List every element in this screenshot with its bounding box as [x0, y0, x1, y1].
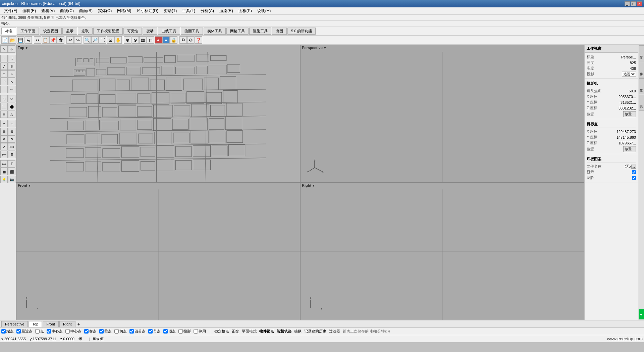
lt-arc[interactable]: ◠ — [0, 78, 8, 85]
tb-new[interactable]: 📄 — [1, 36, 9, 44]
tb-snap[interactable]: ⊕ — [124, 36, 131, 44]
menu-file[interactable]: 文件(F) — [1, 7, 20, 14]
tab-standard[interactable]: 标准 — [1, 28, 16, 35]
coord-mode[interactable]: 预设值 — [93, 336, 104, 341]
sb-intersect[interactable]: 交点 — [84, 329, 97, 334]
tb-open[interactable]: 📂 — [9, 36, 16, 44]
maximize-button[interactable]: □ — [631, 1, 636, 6]
viewport-front[interactable]: Front ▼ x z — [16, 182, 300, 320]
sb-nearest[interactable]: 最近点 — [16, 329, 33, 334]
sb-history[interactable]: 记录建构历史 — [304, 329, 326, 334]
lt-move[interactable]: ✥ — [0, 135, 8, 143]
sb-osnap[interactable]: 物件锁点 — [259, 329, 274, 334]
sb-gumball[interactable]: 操纵 — [294, 329, 302, 334]
menu-analyze[interactable]: 分析(A) — [198, 7, 217, 14]
prop-btn-browse[interactable]: ... — [631, 165, 636, 169]
sb-perp[interactable]: 垂点 — [99, 329, 112, 334]
prop-row-cpos[interactable]: 位置 放置... — [587, 111, 636, 118]
sb-midpoint[interactable]: 中心点 — [47, 329, 63, 334]
tb-delete[interactable]: 🗑 — [57, 36, 64, 44]
prop-row-tpos[interactable]: 位置 放置... — [587, 146, 636, 152]
lt-hatch[interactable]: ▦ — [0, 168, 8, 175]
titlebar-controls[interactable]: _ □ × — [625, 1, 642, 6]
viewport-right[interactable]: Right ▼ y z — [300, 182, 584, 320]
lt-split[interactable]: ⊣ — [8, 120, 15, 127]
minimize-button[interactable]: _ — [625, 1, 630, 6]
lt-spline[interactable]: ∿ — [8, 78, 15, 85]
tb-save[interactable]: 💾 — [17, 36, 24, 44]
sb-tan[interactable]: 切点 — [114, 329, 127, 334]
tb-redo[interactable]: ↪ — [74, 36, 82, 44]
tb-shade[interactable]: ● — [155, 36, 162, 44]
menu-surface[interactable]: 曲面(S) — [76, 7, 95, 14]
lt-explode[interactable]: ⊟ — [8, 128, 15, 135]
vp-tab-front[interactable]: Front — [43, 321, 59, 327]
vp-front-dropdown[interactable]: ▼ — [28, 184, 31, 187]
tb-pan[interactable]: ✋ — [114, 36, 122, 44]
tab-rendertools[interactable]: 渲染工具 — [249, 28, 271, 35]
lt-line[interactable]: ╱ — [0, 62, 8, 70]
cmd-input[interactable] — [10, 22, 643, 26]
tab-new50[interactable]: 5.0 的新功能 — [287, 28, 316, 35]
tab-display[interactable]: 显示 — [62, 28, 77, 35]
tab-solidtools[interactable]: 实体工具 — [204, 28, 226, 35]
prop-select-projection[interactable]: 透视 平行 — [622, 72, 636, 77]
rmt-description[interactable]: 说明 — [639, 95, 644, 111]
lt-offset[interactable]: ⟵ — [0, 151, 8, 158]
menu-edit[interactable]: 编辑(E) — [20, 7, 39, 14]
tb-wire[interactable]: ◻ — [147, 36, 154, 44]
tb-cut[interactable]: ✂ — [34, 36, 41, 44]
sb-ortho[interactable]: 正交 — [232, 329, 239, 334]
lt-cone[interactable]: △ — [8, 111, 15, 118]
lt-camera[interactable]: 📷 — [8, 176, 15, 183]
menu-panel[interactable]: 面板(P) — [236, 7, 255, 14]
lt-freehand[interactable]: ✏ — [8, 86, 15, 93]
menu-transform[interactable]: 变动(T) — [161, 7, 179, 14]
vp-perspective-dropdown[interactable]: ▼ — [323, 46, 327, 50]
tb-osnap[interactable]: ⊗ — [131, 36, 139, 44]
tab-workplane[interactable]: 工作平面 — [17, 28, 39, 35]
tab-visibility[interactable]: 可见性 — [123, 28, 142, 35]
lt-sphere[interactable]: ⬤ — [8, 103, 15, 110]
lt-extrude[interactable]: ⬡ — [0, 95, 8, 102]
tab-select[interactable]: 选取 — [78, 28, 93, 35]
lt-scale[interactable]: ⤢ — [0, 143, 8, 150]
sb-smarttrack[interactable]: 智慧轨迹 — [277, 329, 291, 334]
vp-right-label[interactable]: Right ▼ — [302, 183, 315, 187]
tb-lock[interactable]: 🔒 — [170, 36, 177, 44]
lt-box[interactable]: ⬜ — [0, 103, 8, 110]
tb-zoom-in[interactable]: 🔍 — [84, 36, 91, 44]
tb-layer[interactable]: ⧉ — [179, 36, 187, 44]
sb-project[interactable]: 投影 — [178, 329, 191, 334]
tb-render[interactable]: ● — [162, 36, 170, 44]
tab-transform[interactable]: 变动 — [143, 28, 157, 35]
menu-dim[interactable]: 尺寸标注(D) — [134, 7, 161, 14]
vp-tab-perspective[interactable]: Perspective — [1, 321, 28, 327]
lt-dim[interactable]: ⟺ — [0, 160, 8, 168]
lt-cylinder[interactable]: ⌸ — [0, 111, 8, 118]
vp-perspective-label[interactable]: Perspective ▼ — [302, 46, 327, 50]
sb-vertex[interactable]: 顶点 — [163, 329, 176, 334]
tb-undo[interactable]: ↩ — [66, 36, 74, 44]
vp-front-label[interactable]: Front ▼ — [18, 183, 31, 187]
sb-planemode[interactable]: 平面模式 — [242, 329, 257, 334]
sb-quad[interactable]: 四分点 — [129, 329, 146, 334]
vp-right-dropdown[interactable]: ▼ — [312, 184, 315, 187]
rmt-viewport[interactable]: 视窗 — [639, 62, 644, 78]
lt-join[interactable]: ⊞ — [0, 128, 8, 135]
prop-btn-cpos[interactable]: 放置... — [623, 111, 636, 117]
menu-help[interactable]: 说明(H) — [255, 7, 274, 14]
tab-surfacetools[interactable]: 曲面工具 — [181, 28, 203, 35]
lt-light[interactable]: 💡 — [0, 176, 8, 183]
lt-revolve[interactable]: ⟳ — [8, 95, 15, 102]
menu-solid[interactable]: 实体(O) — [95, 7, 114, 14]
lt-block[interactable]: ⬛ — [8, 168, 15, 175]
menu-render[interactable]: 渲染(R) — [217, 7, 236, 14]
green-edge-btn[interactable]: ◀ — [639, 309, 644, 319]
vp-tab-add[interactable]: + — [76, 321, 82, 327]
menu-mesh[interactable]: 网格(M) — [114, 7, 134, 14]
tb-zoom-window[interactable]: ⊡ — [107, 36, 114, 44]
menu-tools[interactable]: 工具(L) — [179, 7, 198, 14]
prop-check-gray[interactable] — [632, 176, 636, 180]
lt-rect[interactable]: □ — [0, 70, 8, 78]
